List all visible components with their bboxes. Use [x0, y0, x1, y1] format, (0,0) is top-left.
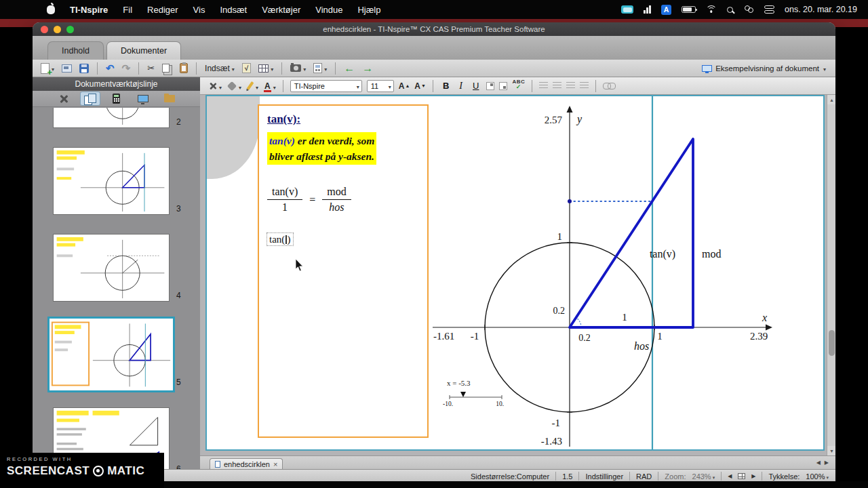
- tab-indhold[interactable]: Indhold: [47, 41, 104, 60]
- italic-button[interactable]: I: [456, 79, 465, 93]
- tab-scroll-left-button[interactable]: ◀: [816, 460, 821, 466]
- superscript-button[interactable]: [486, 79, 494, 93]
- scroll-up-button[interactable]: ▲: [827, 95, 835, 104]
- navigate-back-button[interactable]: [342, 61, 356, 76]
- tab-scroll-right-button[interactable]: ▶: [825, 460, 829, 466]
- align-justify-button[interactable]: [580, 79, 589, 93]
- close-window-button[interactable]: [41, 26, 48, 33]
- page-thumbnail-3[interactable]: [53, 147, 170, 215]
- content-browser-button[interactable]: [159, 92, 180, 106]
- table-button[interactable]: [257, 61, 275, 76]
- open-document-button[interactable]: [60, 61, 73, 76]
- scroll-down-button[interactable]: ▼: [827, 446, 835, 455]
- page-sorter-button[interactable]: [80, 92, 100, 106]
- redo-button[interactable]: [121, 61, 132, 76]
- spotlight-search-icon[interactable]: [727, 7, 733, 13]
- battery-icon[interactable]: [682, 6, 696, 13]
- fast-user-switch-icon[interactable]: [743, 5, 754, 14]
- handheld-button[interactable]: [106, 92, 127, 106]
- thickness-select[interactable]: 100%: [806, 472, 829, 481]
- screen-view-button[interactable]: [133, 92, 153, 106]
- spell-check-button[interactable]: ABC✓: [512, 79, 525, 93]
- page-thumbnail-4[interactable]: [53, 234, 170, 302]
- zoom-select[interactable]: 243%: [692, 472, 715, 481]
- menubar-status-area: A ons. 20. mar. 20.19: [621, 5, 868, 15]
- scrollbar-thumb[interactable]: [829, 330, 835, 356]
- y-axis-point[interactable]: [568, 199, 572, 203]
- page-thumbnail-5-selected[interactable]: [47, 317, 175, 392]
- application-button[interactable]: [312, 61, 328, 76]
- screen-recording-icon[interactable]: [621, 5, 633, 14]
- menubar-clock[interactable]: ons. 20. mar. 20.19: [785, 5, 857, 14]
- math-template-button[interactable]: [241, 61, 253, 76]
- document-page[interactable]: tan(v): tan(v) er den værdi, sombliver a…: [205, 95, 825, 451]
- page-size-status[interactable]: Sidestørrelse:Computer: [471, 472, 549, 481]
- next-page-button[interactable]: ▶: [751, 473, 755, 479]
- math-entry-line[interactable]: tan(): [267, 234, 419, 245]
- menu-app-name[interactable]: TI-Nspire: [62, 0, 115, 19]
- menu-hjaelp[interactable]: Hjælp: [350, 0, 388, 19]
- pen-button[interactable]: [246, 79, 258, 93]
- zoom-window-button[interactable]: [66, 26, 74, 33]
- unit-circle-graph[interactable]: 2.57 y 1 0.2 -1 -1.43 -1.61 -1 0.2 1 2.3…: [429, 96, 825, 449]
- screenshot-button[interactable]: [289, 61, 307, 76]
- bold-button[interactable]: B: [440, 79, 452, 93]
- subscript-button[interactable]: [499, 79, 507, 93]
- previous-page-button[interactable]: ◀: [728, 473, 732, 479]
- menu-vindue[interactable]: Vindue: [308, 0, 350, 19]
- menu-fil[interactable]: Fil: [115, 0, 140, 19]
- notes-textbox[interactable]: tan(v): tan(v) er den værdi, sombliver a…: [258, 104, 429, 438]
- save-button[interactable]: [78, 61, 90, 76]
- align-left-button[interactable]: [539, 79, 548, 93]
- fill-color-button[interactable]: [226, 79, 241, 93]
- stats-icon[interactable]: [644, 5, 651, 14]
- document-preview-dropdown[interactable]: Eksempelvisning af dokument: [702, 64, 829, 73]
- page-thumbnail-row: 3: [33, 147, 200, 234]
- new-document-button[interactable]: [39, 61, 56, 76]
- angle-mode-status[interactable]: RAD: [636, 472, 652, 481]
- chevron-down-icon: [231, 64, 235, 73]
- font-family-select[interactable]: TI-Nspire: [290, 80, 362, 92]
- document-tab-enhedscirklen[interactable]: enhedscirklen ×: [210, 458, 283, 470]
- insert-dropdown[interactable]: Indsæt: [203, 61, 236, 76]
- font-size-select[interactable]: 11: [367, 80, 394, 92]
- vertical-scrollbar[interactable]: ▲ ▼: [827, 95, 835, 455]
- menu-vis[interactable]: Vis: [186, 0, 213, 19]
- zoom-label: Zoom:: [665, 472, 686, 481]
- align-center-button[interactable]: [553, 79, 561, 93]
- window-titlebar[interactable]: enhedscirklen - TI-Nspire™ CX CAS Premiu…: [33, 22, 835, 36]
- status-separator: [721, 472, 722, 481]
- tab-dokumenter[interactable]: Dokumenter: [106, 41, 181, 60]
- close-tab-button[interactable]: ×: [273, 460, 277, 468]
- increase-font-button[interactable]: A▲: [399, 79, 410, 93]
- copy-button[interactable]: [161, 61, 174, 76]
- navigate-forward-button[interactable]: [361, 61, 374, 76]
- paste-button[interactable]: [178, 61, 189, 76]
- document-tools-button[interactable]: [208, 79, 222, 93]
- angle-slider[interactable]: x = -5.3 -10. 10.: [443, 379, 504, 407]
- minimize-window-button[interactable]: [54, 26, 61, 33]
- page-thumbnail-2[interactable]: [53, 108, 170, 128]
- settings-button[interactable]: Indstillinger: [585, 472, 623, 481]
- font-color-button[interactable]: [263, 79, 276, 93]
- decrease-font-button[interactable]: A▼: [414, 79, 426, 93]
- tangent-triangle[interactable]: [570, 139, 693, 327]
- slider-handle[interactable]: [460, 392, 466, 397]
- align-right-button[interactable]: [566, 79, 575, 93]
- tools-palette-button[interactable]: [54, 92, 74, 106]
- apple-menu[interactable]: [39, 0, 62, 19]
- mod-label: mod: [702, 248, 721, 260]
- entry-box[interactable]: tan(): [267, 233, 293, 245]
- menu-indsaet[interactable]: Indsæt: [212, 0, 254, 19]
- line-width-status[interactable]: 1.5: [562, 472, 572, 481]
- menu-vaerktoejer[interactable]: Værktøjer: [254, 0, 308, 19]
- hyperlink-button[interactable]: [603, 79, 615, 93]
- cut-button[interactable]: [146, 61, 156, 76]
- undo-button[interactable]: [104, 61, 116, 76]
- wifi-icon[interactable]: [706, 5, 717, 14]
- underline-button[interactable]: U: [470, 79, 481, 93]
- menu-rediger[interactable]: Rediger: [140, 0, 186, 19]
- control-center-icon[interactable]: [764, 5, 774, 14]
- page-grid-icon[interactable]: [738, 473, 745, 479]
- input-source-icon[interactable]: A: [661, 5, 671, 15]
